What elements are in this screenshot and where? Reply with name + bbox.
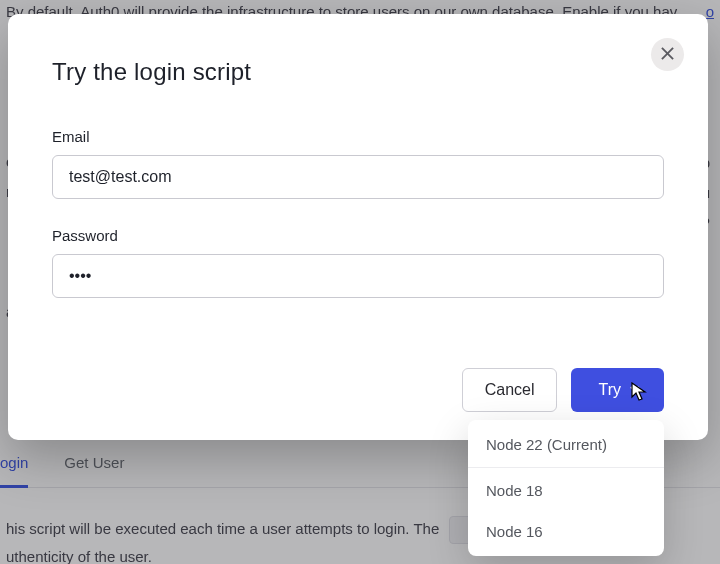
dropdown-item-node18[interactable]: Node 18 [468, 470, 664, 511]
cancel-button[interactable]: Cancel [462, 368, 558, 412]
email-field[interactable] [52, 155, 664, 199]
password-label: Password [52, 227, 664, 244]
try-button[interactable]: Try [571, 368, 664, 412]
try-login-modal: Try the login script Email Password Canc… [8, 14, 708, 440]
email-label: Email [52, 128, 664, 145]
close-icon [661, 46, 674, 64]
chevron-down-icon [629, 381, 641, 399]
dropdown-item-node16[interactable]: Node 16 [468, 511, 664, 552]
try-button-label: Try [598, 381, 621, 399]
close-button[interactable] [651, 38, 684, 71]
modal-title: Try the login script [52, 58, 664, 86]
modal-actions: Cancel Try [462, 368, 664, 412]
node-version-dropdown: Node 22 (Current) Node 18 Node 16 [468, 420, 664, 556]
dropdown-separator [468, 467, 664, 468]
dropdown-item-node22[interactable]: Node 22 (Current) [468, 424, 664, 465]
password-field[interactable] [52, 254, 664, 298]
